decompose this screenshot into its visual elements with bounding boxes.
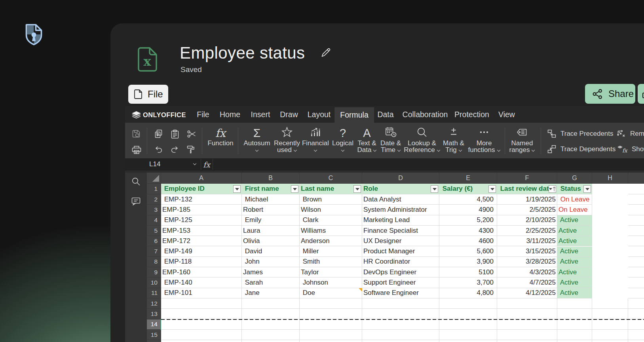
cell[interactable]: [628, 205, 644, 215]
cell[interactable]: [300, 309, 362, 319]
cell-A6[interactable]: EMP-172: [161, 236, 242, 246]
cell-F8[interactable]: 3/28/2025: [497, 257, 557, 267]
cell[interactable]: [439, 330, 497, 340]
column-header-F[interactable]: F: [497, 173, 557, 184]
column-header-C[interactable]: C: [300, 173, 362, 184]
trace-dependents-button[interactable]: Trace Dependents: [547, 144, 616, 154]
cell[interactable]: [439, 340, 497, 342]
cell[interactable]: [161, 330, 242, 340]
sheet-header-cell[interactable]: Last name: [300, 184, 362, 194]
cell[interactable]: [628, 319, 644, 330]
cell[interactable]: [362, 309, 439, 319]
cell-F11[interactable]: 4/12/2025: [497, 288, 557, 298]
cell[interactable]: [628, 298, 644, 309]
more-functions-button[interactable]: Morefunctions: [465, 126, 503, 157]
copy-style-button[interactable]: [186, 145, 196, 154]
cell[interactable]: [628, 215, 644, 226]
row-header-12[interactable]: 12: [147, 298, 161, 309]
share-button[interactable]: Share: [585, 84, 635, 104]
menu-tab-layout[interactable]: Layout: [302, 106, 336, 123]
cell-C11[interactable]: Doe: [300, 288, 362, 298]
cell-E11[interactable]: 4,800: [439, 288, 497, 298]
cell-C10[interactable]: Johnson: [300, 277, 362, 288]
cell-B9[interactable]: James: [242, 267, 300, 277]
cell-F6[interactable]: 3/11/2025: [497, 236, 557, 246]
cell-E8[interactable]: 3,900: [439, 257, 497, 267]
sheet-header-cell[interactable]: Role: [362, 184, 439, 194]
cell[interactable]: [362, 298, 439, 309]
cell-A8[interactable]: EMP-118: [161, 257, 242, 267]
cell[interactable]: [300, 298, 362, 309]
cell-A9[interactable]: EMP-160: [161, 267, 242, 277]
cell-E7[interactable]: 5,600: [439, 247, 497, 257]
cell-E5[interactable]: 4300: [439, 226, 497, 236]
cell-G7[interactable]: Active: [557, 247, 592, 257]
row-header-10[interactable]: 10: [147, 277, 161, 288]
search-icon[interactable]: [131, 177, 141, 186]
column-header-G[interactable]: G: [557, 173, 592, 184]
cell-G8[interactable]: Active: [557, 257, 592, 267]
cell-F2[interactable]: 1/19/2025: [497, 194, 557, 205]
cell-D8[interactable]: HR Coordinator: [362, 257, 439, 267]
cell-G6[interactable]: Active: [557, 236, 592, 246]
cell-E10[interactable]: 3,700: [439, 277, 497, 288]
comments-icon[interactable]: [131, 197, 141, 206]
row-header-8[interactable]: 8: [147, 257, 161, 267]
cell[interactable]: [362, 319, 439, 330]
cell-E9[interactable]: 5100: [439, 267, 497, 277]
cell[interactable]: [592, 330, 628, 340]
column-header-A[interactable]: A: [161, 173, 242, 184]
cell-F10[interactable]: 4/7/2025: [497, 277, 557, 288]
cell-D7[interactable]: Product Manager: [362, 247, 439, 257]
cell-E4[interactable]: 5,200: [439, 215, 497, 226]
cell-C9[interactable]: Taylor: [300, 267, 362, 277]
cell[interactable]: [161, 309, 242, 319]
cell[interactable]: [161, 340, 242, 342]
cell[interactable]: [628, 267, 644, 277]
menu-tab-collaboration[interactable]: Collaboration: [397, 106, 454, 123]
row-header-13[interactable]: 13: [147, 309, 161, 319]
cell-B7[interactable]: David: [242, 247, 300, 257]
cell-B11[interactable]: Jane: [242, 288, 300, 298]
cell[interactable]: [439, 298, 497, 309]
cell-B10[interactable]: Sarah: [242, 277, 300, 288]
redo-button[interactable]: [170, 145, 180, 154]
cell[interactable]: [628, 330, 644, 340]
cell[interactable]: [557, 340, 592, 342]
cell[interactable]: [362, 330, 439, 340]
cell-A7[interactable]: EMP-149: [161, 247, 242, 257]
menu-tab-draw[interactable]: Draw: [274, 106, 304, 123]
column-header-partial[interactable]: [628, 173, 644, 184]
save-button[interactable]: [131, 129, 141, 139]
cell[interactable]: [497, 319, 557, 330]
filter-button-D[interactable]: [431, 185, 438, 193]
cell-B6[interactable]: Olivia: [242, 236, 300, 246]
cell[interactable]: [497, 340, 557, 342]
menu-tab-file[interactable]: File: [191, 106, 215, 123]
cell[interactable]: [242, 330, 300, 340]
cell[interactable]: [557, 319, 592, 330]
cell[interactable]: [628, 288, 644, 298]
cell[interactable]: [300, 330, 362, 340]
filter-button-G[interactable]: [583, 185, 591, 193]
cell[interactable]: [628, 340, 644, 342]
cell-G9[interactable]: Active: [557, 267, 592, 277]
menu-tab-protection[interactable]: Protection: [449, 106, 495, 123]
cell-B4[interactable]: Emily: [242, 215, 300, 226]
cell-A5[interactable]: EMP-153: [161, 226, 242, 236]
pencil-edit-icon[interactable]: [321, 47, 332, 58]
cell[interactable]: [628, 226, 644, 236]
trace-precedents-button[interactable]: Trace Precedents: [547, 129, 614, 139]
menu-tab-data[interactable]: Data: [372, 106, 399, 123]
cell[interactable]: [439, 309, 497, 319]
cell[interactable]: [242, 298, 300, 309]
cell-G3[interactable]: On Leave: [557, 205, 592, 215]
row-header-6[interactable]: 6: [147, 236, 161, 246]
menu-tab-insert[interactable]: Insert: [245, 106, 276, 123]
cell[interactable]: [557, 298, 592, 309]
row-header-2[interactable]: 2: [147, 194, 161, 205]
cell-E2[interactable]: 4,500: [439, 194, 497, 205]
cell[interactable]: [628, 277, 644, 288]
row-header-16[interactable]: 16: [147, 340, 161, 342]
cell[interactable]: [497, 330, 557, 340]
